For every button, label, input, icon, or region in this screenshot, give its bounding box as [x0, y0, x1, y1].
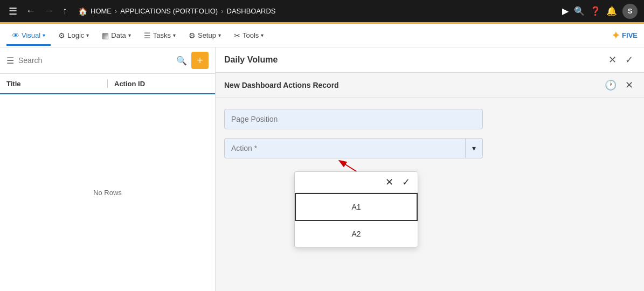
menu-icon[interactable]: ☰	[6, 3, 19, 19]
record-header: New Dashboard Actions Record 🕐 ✕	[216, 73, 644, 98]
record-actions: 🕐 ✕	[603, 78, 635, 92]
up-icon[interactable]: ↑	[60, 3, 70, 19]
panel-actions: ✕ ✓	[606, 53, 635, 67]
action-dropdown-overlay: ✕ ✓ A1 A2	[294, 171, 418, 247]
sidebar-no-rows: No Rows	[0, 94, 215, 291]
home-icon[interactable]: 🏠	[78, 7, 87, 16]
data-icon: ▦	[102, 31, 109, 40]
tasks-icon: ☰	[144, 31, 151, 40]
dropdown-item-a2[interactable]: A2	[295, 221, 418, 247]
content-area: Daily Volume ✕ ✓ New Dashboard Actions R…	[216, 47, 644, 291]
record-title: New Dashboard Actions Record	[224, 81, 339, 89]
forward-icon[interactable]: →	[42, 3, 56, 19]
subnav-item-setup[interactable]: ⚙ Setup ▾	[183, 27, 226, 46]
visual-icon: 👁	[12, 31, 19, 40]
dropdown-toolbar: ✕ ✓	[295, 172, 418, 193]
panel-confirm-button[interactable]: ✓	[623, 53, 635, 67]
sidebar-search-bar: ☰ 🔍 +	[0, 47, 215, 74]
back-icon[interactable]: ←	[24, 3, 38, 19]
page-position-field	[224, 109, 635, 129]
subnav-item-tools[interactable]: ✂ Tools ▾	[228, 27, 269, 46]
subnav-item-logic[interactable]: ⚙ Logic ▾	[53, 27, 94, 46]
sidebar: ☰ 🔍 + Title Action ID No Rows	[0, 47, 216, 291]
subnav-item-data[interactable]: ▦ Data ▾	[96, 27, 136, 46]
top-nav: ☰ ← → ↑ 🏠 HOME › APPLICATIONS (PORTFOLIO…	[0, 0, 644, 24]
form-area: ▾ ✕ ✓ A1 A2	[216, 98, 644, 178]
record-close-button[interactable]: ✕	[623, 78, 635, 92]
breadcrumb: 🏠 HOME › APPLICATIONS (PORTFOLIO) › DASH…	[78, 7, 276, 16]
avatar[interactable]: S	[622, 4, 638, 19]
dropdown-close-button[interactable]: ✕	[383, 175, 396, 189]
panel-title: Daily Volume	[224, 55, 278, 65]
bell-icon[interactable]: 🔔	[606, 6, 617, 16]
panel-header: Daily Volume ✕ ✓	[216, 47, 644, 73]
help-icon[interactable]: ❓	[590, 6, 601, 16]
action-input-wrapper	[224, 138, 466, 158]
tools-icon: ✂	[234, 31, 240, 40]
top-nav-right: ▶ 🔍 ❓ 🔔 S	[562, 4, 638, 19]
logic-icon: ⚙	[58, 31, 65, 40]
dropdown-confirm-button[interactable]: ✓	[400, 175, 412, 189]
search-icon[interactable]: 🔍	[176, 56, 187, 66]
sidebar-header: Title Action ID	[0, 74, 215, 94]
sidebar-col-title: Title	[6, 80, 101, 88]
sidebar-col-divider	[107, 79, 108, 88]
five-star-icon: ✦	[612, 30, 620, 41]
add-button[interactable]: +	[191, 52, 209, 69]
filter-icon[interactable]: ☰	[6, 56, 14, 66]
main-layout: ☰ 🔍 + Title Action ID No Rows Daily Volu…	[0, 47, 644, 291]
panel-close-button[interactable]: ✕	[606, 53, 619, 67]
action-field: ▾ ✕ ✓ A1 A2	[224, 138, 635, 158]
record-history-button[interactable]: 🕐	[603, 78, 619, 92]
action-input-row: ▾	[224, 138, 483, 158]
sub-nav: 👁 Visual ▾ ⚙ Logic ▾ ▦ Data ▾ ☰ Tasks ▾ …	[0, 24, 644, 47]
dropdown-item-a1[interactable]: A1	[295, 193, 418, 221]
action-dropdown-button[interactable]: ▾	[466, 138, 483, 158]
subnav-item-tasks[interactable]: ☰ Tasks ▾	[139, 27, 181, 46]
five-logo: ✦ FIVE	[612, 30, 638, 41]
subnav-item-visual[interactable]: 👁 Visual ▾	[6, 27, 51, 46]
action-input[interactable]	[224, 138, 466, 158]
search-input[interactable]	[18, 56, 172, 65]
play-icon[interactable]: ▶	[562, 6, 569, 16]
page-position-input[interactable]	[224, 109, 483, 129]
sidebar-col-action-id: Action ID	[114, 80, 209, 88]
setup-icon: ⚙	[189, 31, 196, 40]
search-top-icon[interactable]: 🔍	[574, 6, 585, 16]
